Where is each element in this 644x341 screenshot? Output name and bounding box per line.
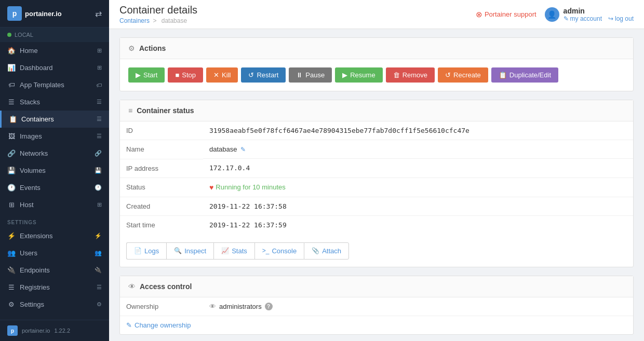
access-control-title: Access control: [140, 282, 192, 291]
ownership-label: Ownership: [126, 303, 209, 310]
sidebar-item-users-label: Users: [20, 249, 37, 257]
remove-button[interactable]: 🗑 Remove: [386, 67, 435, 83]
ownership-row: Ownership 👁 administrators ?: [120, 297, 633, 316]
remove-icon: 🗑: [393, 71, 400, 79]
id-label: ID: [120, 121, 203, 140]
stats-tab[interactable]: 📈 Stats: [213, 242, 254, 260]
logo-area: p portainer.io: [7, 6, 62, 21]
user-links: ✎ my account ↪ log out: [564, 15, 634, 22]
images-nav-icon: ☰: [97, 133, 102, 140]
table-row: IP address 172.17.0.4: [120, 159, 633, 178]
kill-button[interactable]: ✕ Kill: [206, 67, 238, 83]
sidebar-item-registries-label: Registries: [20, 283, 50, 291]
console-icon: >_: [262, 247, 270, 254]
running-badge: ♥ Running for 10 minutes: [209, 183, 286, 192]
sidebar-item-settings[interactable]: ⚙ Settings ⚙: [0, 296, 109, 313]
name-label: Name: [120, 140, 203, 159]
support-icon: ⊗: [476, 10, 482, 19]
settings-icon: ⚙: [7, 301, 16, 308]
sidebar-item-containers[interactable]: 📋 Containers ☰: [0, 111, 109, 128]
sidebar-nav: 🏠 Home ⊞ 📊 Dashboard ⊞ 🏷 App Templates 🏷…: [0, 42, 109, 313]
status-table: ID 31958aeabf5e0f78fcf6467ae4e78904315eb…: [120, 121, 633, 234]
endpoint-name: LOCAL: [15, 32, 33, 38]
logs-tab[interactable]: 📄 Logs: [126, 242, 166, 260]
access-control-icon: 👁: [128, 282, 136, 291]
console-tab[interactable]: >_ Console: [254, 242, 304, 260]
user-name: admin: [564, 7, 634, 15]
inspect-tab[interactable]: 🔍 Inspect: [166, 242, 213, 260]
sidebar-item-app-templates[interactable]: 🏷 App Templates 🏷: [0, 76, 109, 93]
logout-icon: ↪: [608, 15, 613, 22]
start-button[interactable]: ▶ Start: [128, 67, 165, 83]
sidebar-item-home[interactable]: 🏠 Home ⊞: [0, 42, 109, 59]
networks-nav-icon: 🔗: [95, 150, 102, 157]
duplicate-edit-icon: 📋: [499, 71, 507, 79]
sidebar-item-containers-label: Containers: [21, 115, 54, 123]
sidebar-item-events[interactable]: 🕐 Events 🕐: [0, 179, 109, 196]
change-ownership-link[interactable]: ✎ Change ownership: [120, 316, 197, 334]
topbar: Container details Containers > database …: [109, 0, 644, 29]
table-row: Status ♥ Running for 10 minutes: [120, 178, 633, 197]
transfer-icon[interactable]: ⇄: [95, 9, 102, 19]
restart-button[interactable]: ↺ Restart: [241, 67, 286, 83]
home-nav-icon: ⊞: [97, 47, 102, 54]
sidebar-item-host[interactable]: ⊞ Host ⊞: [0, 196, 109, 213]
name-value: database ✎: [203, 140, 633, 159]
attach-tab[interactable]: 📎 Attach: [304, 242, 349, 260]
recreate-button[interactable]: ↺ Recreate: [438, 67, 488, 83]
sidebar-item-endpoints[interactable]: 🔌 Endpoints 🔌: [0, 262, 109, 279]
sidebar-item-images[interactable]: 🖼 Images ☰: [0, 128, 109, 145]
resume-icon: ▶: [342, 71, 347, 79]
sidebar-item-networks[interactable]: 🔗 Networks 🔗: [0, 145, 109, 162]
logo-text: portainer.io: [25, 10, 62, 18]
sidebar-item-settings-label: Settings: [20, 301, 44, 308]
dashboard-nav-icon: ⊞: [97, 64, 102, 71]
pause-button[interactable]: ⏸ Pause: [289, 67, 332, 83]
resume-button[interactable]: ▶ Resume: [335, 67, 382, 83]
registries-icon: ☰: [7, 283, 16, 291]
sidebar-item-registries[interactable]: ☰ Registries ☰: [0, 279, 109, 296]
sidebar-item-stacks[interactable]: ☰ Stacks ☰: [0, 93, 109, 111]
restart-icon: ↺: [248, 71, 254, 79]
table-row: Start time 2019-11-22 16:37:59: [120, 215, 633, 234]
support-link[interactable]: ⊗ Portainer support: [476, 10, 536, 19]
container-status-body: ID 31958aeabf5e0f78fcf6467ae4e78904315eb…: [120, 121, 633, 267]
events-nav-icon: 🕐: [95, 184, 102, 191]
actions-section-header: ⚙ Actions: [120, 38, 633, 59]
sidebar-item-volumes[interactable]: 💾 Volumes 💾: [0, 162, 109, 179]
status-header-icon: ≡: [128, 106, 132, 115]
containers-nav-icon: ☰: [97, 116, 102, 122]
breadcrumb-separator: >: [153, 17, 156, 24]
start-time-value: 2019-11-22 16:37:59: [203, 215, 633, 234]
extensions-nav-icon: ⚡: [95, 233, 102, 239]
access-control-header: 👁 Access control: [120, 276, 633, 297]
sidebar-item-events-label: Events: [20, 184, 41, 192]
sidebar-item-images-label: Images: [20, 132, 42, 140]
endpoints-icon: 🔌: [7, 266, 16, 274]
stats-icon: 📈: [221, 247, 229, 254]
page-title-area: Container details Containers > database: [119, 4, 197, 24]
footer-logo-icon: p: [7, 325, 18, 336]
ownership-eye-icon: 👁: [209, 303, 216, 310]
my-account-link[interactable]: ✎ my account: [564, 15, 602, 22]
log-out-link[interactable]: ↪ log out: [608, 15, 634, 22]
ownership-value: 👁 administrators ?: [209, 303, 273, 310]
sidebar-item-home-label: Home: [20, 47, 38, 54]
support-label: Portainer support: [485, 10, 536, 18]
tab-links-area: 📄 Logs 🔍 Inspect 📈 Stats >_: [120, 234, 633, 267]
sidebar-item-extensions[interactable]: ⚡ Extensions ⚡: [0, 227, 109, 244]
account-icon: ✎: [564, 15, 569, 22]
stop-button[interactable]: ■ Stop: [168, 67, 203, 83]
sidebar-item-dashboard[interactable]: 📊 Dashboard ⊞: [0, 59, 109, 76]
duplicate-edit-button[interactable]: 📋 Duplicate/Edit: [491, 67, 558, 83]
actions-buttons-row: ▶ Start ■ Stop ✕ Kill ↺ Restart: [128, 67, 625, 83]
portainer-logo-icon: p: [7, 6, 22, 21]
name-edit-icon[interactable]: ✎: [240, 146, 246, 153]
footer-logo-text: portainer.io: [22, 328, 50, 334]
ip-label: IP address: [120, 159, 203, 178]
breadcrumb-containers-link[interactable]: Containers: [119, 17, 150, 24]
sidebar-item-users[interactable]: 👥 Users 👥: [0, 244, 109, 262]
container-status-section: ≡ Container status ID 31958aeabf5e0f78fc…: [119, 100, 634, 267]
info-icon[interactable]: ?: [265, 303, 273, 310]
sidebar-item-extensions-label: Extensions: [20, 232, 53, 240]
